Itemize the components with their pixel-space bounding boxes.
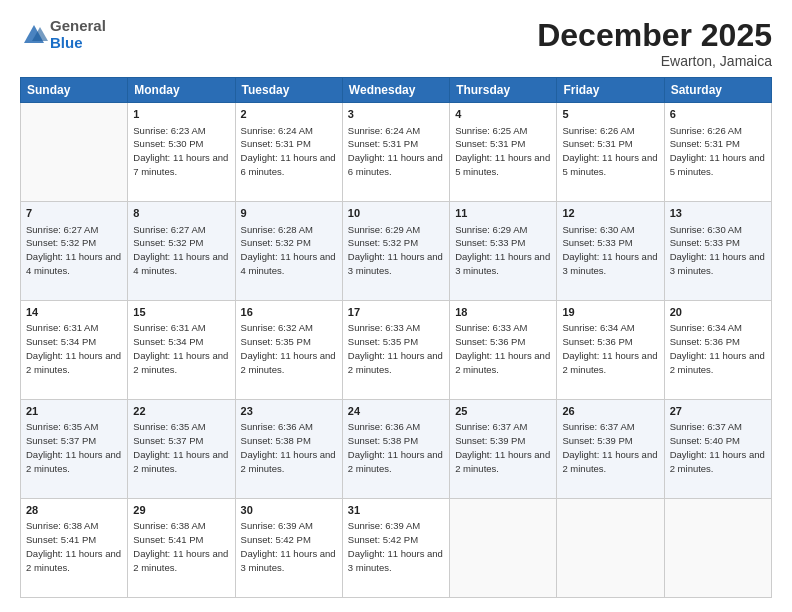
calendar-day-cell: 25Sunrise: 6:37 AMSunset: 5:39 PMDayligh… <box>450 400 557 499</box>
day-number: 25 <box>455 404 551 419</box>
calendar-day-cell: 19Sunrise: 6:34 AMSunset: 5:36 PMDayligh… <box>557 301 664 400</box>
day-number: 30 <box>241 503 337 518</box>
calendar-day-cell: 21Sunrise: 6:35 AMSunset: 5:37 PMDayligh… <box>21 400 128 499</box>
day-info: Sunrise: 6:24 AMSunset: 5:31 PMDaylight:… <box>241 124 337 179</box>
day-info: Sunrise: 6:31 AMSunset: 5:34 PMDaylight:… <box>26 321 122 376</box>
day-info: Sunrise: 6:24 AMSunset: 5:31 PMDaylight:… <box>348 124 444 179</box>
day-number: 3 <box>348 107 444 122</box>
day-number: 6 <box>670 107 766 122</box>
calendar-week-row: 1Sunrise: 6:23 AMSunset: 5:30 PMDaylight… <box>21 103 772 202</box>
day-number: 29 <box>133 503 229 518</box>
day-info: Sunrise: 6:29 AMSunset: 5:33 PMDaylight:… <box>455 223 551 278</box>
day-info: Sunrise: 6:33 AMSunset: 5:36 PMDaylight:… <box>455 321 551 376</box>
calendar-day-cell: 26Sunrise: 6:37 AMSunset: 5:39 PMDayligh… <box>557 400 664 499</box>
day-number: 11 <box>455 206 551 221</box>
logo-blue: Blue <box>50 35 106 52</box>
day-info: Sunrise: 6:39 AMSunset: 5:42 PMDaylight:… <box>241 519 337 574</box>
day-info: Sunrise: 6:31 AMSunset: 5:34 PMDaylight:… <box>133 321 229 376</box>
calendar-day-cell: 8Sunrise: 6:27 AMSunset: 5:32 PMDaylight… <box>128 202 235 301</box>
calendar-day-cell <box>557 499 664 598</box>
calendar-day-cell: 13Sunrise: 6:30 AMSunset: 5:33 PMDayligh… <box>664 202 771 301</box>
day-number: 14 <box>26 305 122 320</box>
day-number: 24 <box>348 404 444 419</box>
day-info: Sunrise: 6:37 AMSunset: 5:39 PMDaylight:… <box>562 420 658 475</box>
calendar-day-cell <box>664 499 771 598</box>
calendar-day-cell: 27Sunrise: 6:37 AMSunset: 5:40 PMDayligh… <box>664 400 771 499</box>
calendar-day-cell: 12Sunrise: 6:30 AMSunset: 5:33 PMDayligh… <box>557 202 664 301</box>
calendar-day-cell: 30Sunrise: 6:39 AMSunset: 5:42 PMDayligh… <box>235 499 342 598</box>
day-number: 2 <box>241 107 337 122</box>
calendar-day-cell: 22Sunrise: 6:35 AMSunset: 5:37 PMDayligh… <box>128 400 235 499</box>
day-info: Sunrise: 6:34 AMSunset: 5:36 PMDaylight:… <box>562 321 658 376</box>
day-number: 23 <box>241 404 337 419</box>
day-number: 15 <box>133 305 229 320</box>
day-number: 4 <box>455 107 551 122</box>
calendar: SundayMondayTuesdayWednesdayThursdayFrid… <box>20 77 772 598</box>
day-number: 12 <box>562 206 658 221</box>
calendar-day-cell: 11Sunrise: 6:29 AMSunset: 5:33 PMDayligh… <box>450 202 557 301</box>
day-number: 7 <box>26 206 122 221</box>
header: General Blue December 2025 Ewarton, Jama… <box>20 18 772 69</box>
calendar-day-cell: 2Sunrise: 6:24 AMSunset: 5:31 PMDaylight… <box>235 103 342 202</box>
calendar-week-row: 7Sunrise: 6:27 AMSunset: 5:32 PMDaylight… <box>21 202 772 301</box>
calendar-day-cell: 23Sunrise: 6:36 AMSunset: 5:38 PMDayligh… <box>235 400 342 499</box>
day-info: Sunrise: 6:35 AMSunset: 5:37 PMDaylight:… <box>133 420 229 475</box>
calendar-day-cell: 20Sunrise: 6:34 AMSunset: 5:36 PMDayligh… <box>664 301 771 400</box>
day-number: 13 <box>670 206 766 221</box>
title-block: December 2025 Ewarton, Jamaica <box>537 18 772 69</box>
day-info: Sunrise: 6:27 AMSunset: 5:32 PMDaylight:… <box>133 223 229 278</box>
day-number: 22 <box>133 404 229 419</box>
day-number: 26 <box>562 404 658 419</box>
day-number: 8 <box>133 206 229 221</box>
day-number: 16 <box>241 305 337 320</box>
calendar-day-cell: 15Sunrise: 6:31 AMSunset: 5:34 PMDayligh… <box>128 301 235 400</box>
calendar-day-cell: 7Sunrise: 6:27 AMSunset: 5:32 PMDaylight… <box>21 202 128 301</box>
month-title: December 2025 <box>537 18 772 53</box>
day-info: Sunrise: 6:38 AMSunset: 5:41 PMDaylight:… <box>133 519 229 574</box>
weekday-header: Saturday <box>664 78 771 103</box>
day-info: Sunrise: 6:33 AMSunset: 5:35 PMDaylight:… <box>348 321 444 376</box>
logo-icon <box>20 21 48 49</box>
calendar-header-row: SundayMondayTuesdayWednesdayThursdayFrid… <box>21 78 772 103</box>
day-info: Sunrise: 6:26 AMSunset: 5:31 PMDaylight:… <box>670 124 766 179</box>
day-info: Sunrise: 6:38 AMSunset: 5:41 PMDaylight:… <box>26 519 122 574</box>
weekday-header: Thursday <box>450 78 557 103</box>
day-info: Sunrise: 6:37 AMSunset: 5:39 PMDaylight:… <box>455 420 551 475</box>
weekday-header: Friday <box>557 78 664 103</box>
calendar-day-cell: 3Sunrise: 6:24 AMSunset: 5:31 PMDaylight… <box>342 103 449 202</box>
logo-general: General <box>50 18 106 35</box>
day-number: 17 <box>348 305 444 320</box>
calendar-day-cell: 5Sunrise: 6:26 AMSunset: 5:31 PMDaylight… <box>557 103 664 202</box>
day-number: 5 <box>562 107 658 122</box>
calendar-day-cell: 6Sunrise: 6:26 AMSunset: 5:31 PMDaylight… <box>664 103 771 202</box>
logo: General Blue <box>20 18 106 51</box>
day-info: Sunrise: 6:35 AMSunset: 5:37 PMDaylight:… <box>26 420 122 475</box>
day-number: 1 <box>133 107 229 122</box>
weekday-header: Wednesday <box>342 78 449 103</box>
calendar-day-cell: 4Sunrise: 6:25 AMSunset: 5:31 PMDaylight… <box>450 103 557 202</box>
day-number: 21 <box>26 404 122 419</box>
day-number: 20 <box>670 305 766 320</box>
calendar-day-cell: 28Sunrise: 6:38 AMSunset: 5:41 PMDayligh… <box>21 499 128 598</box>
calendar-day-cell: 14Sunrise: 6:31 AMSunset: 5:34 PMDayligh… <box>21 301 128 400</box>
day-info: Sunrise: 6:30 AMSunset: 5:33 PMDaylight:… <box>562 223 658 278</box>
day-info: Sunrise: 6:27 AMSunset: 5:32 PMDaylight:… <box>26 223 122 278</box>
day-number: 27 <box>670 404 766 419</box>
day-number: 9 <box>241 206 337 221</box>
calendar-day-cell <box>21 103 128 202</box>
weekday-header: Tuesday <box>235 78 342 103</box>
calendar-week-row: 28Sunrise: 6:38 AMSunset: 5:41 PMDayligh… <box>21 499 772 598</box>
calendar-day-cell: 1Sunrise: 6:23 AMSunset: 5:30 PMDaylight… <box>128 103 235 202</box>
logo-text: General Blue <box>50 18 106 51</box>
calendar-day-cell: 9Sunrise: 6:28 AMSunset: 5:32 PMDaylight… <box>235 202 342 301</box>
day-info: Sunrise: 6:34 AMSunset: 5:36 PMDaylight:… <box>670 321 766 376</box>
day-info: Sunrise: 6:23 AMSunset: 5:30 PMDaylight:… <box>133 124 229 179</box>
day-info: Sunrise: 6:39 AMSunset: 5:42 PMDaylight:… <box>348 519 444 574</box>
day-info: Sunrise: 6:30 AMSunset: 5:33 PMDaylight:… <box>670 223 766 278</box>
calendar-day-cell: 17Sunrise: 6:33 AMSunset: 5:35 PMDayligh… <box>342 301 449 400</box>
page: General Blue December 2025 Ewarton, Jama… <box>0 0 792 612</box>
day-info: Sunrise: 6:26 AMSunset: 5:31 PMDaylight:… <box>562 124 658 179</box>
weekday-header: Sunday <box>21 78 128 103</box>
day-number: 18 <box>455 305 551 320</box>
calendar-day-cell: 24Sunrise: 6:36 AMSunset: 5:38 PMDayligh… <box>342 400 449 499</box>
